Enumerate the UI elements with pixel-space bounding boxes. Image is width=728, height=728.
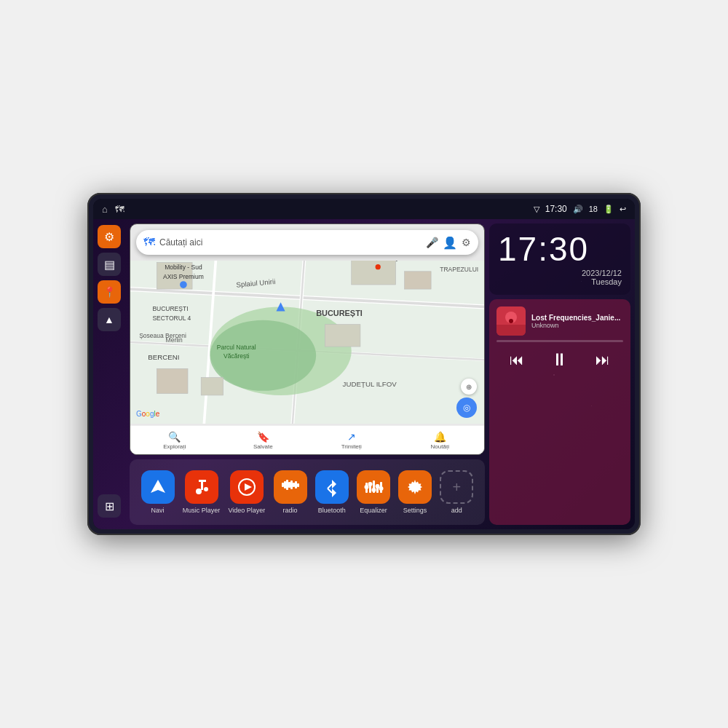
svg-text:BUCUREȘTI: BUCUREȘTI xyxy=(152,305,188,312)
share-icon: ↗ xyxy=(347,431,356,443)
svg-text:Văcărești: Văcărești xyxy=(223,352,250,360)
music-controls: ⏮ ⏸ ⏭ xyxy=(496,347,623,373)
music-title: Lost Frequencies_Janie... xyxy=(531,314,623,322)
svg-text:Mobility - Sud: Mobility - Sud xyxy=(165,264,202,271)
clock-weekday: Tuesday xyxy=(591,277,622,286)
svg-rect-63 xyxy=(496,325,526,336)
svg-marker-33 xyxy=(151,480,165,493)
updates-label: Noutăți xyxy=(431,443,449,450)
center-panel: 🗺 Căutați aici 🎤 👤 ⚙ xyxy=(125,219,489,529)
svg-rect-46 xyxy=(295,481,297,488)
saved-icon: 🔖 xyxy=(257,431,269,443)
battery-icon: 🔋 xyxy=(604,205,614,214)
svg-text:Merlin: Merlin xyxy=(166,336,183,344)
next-button[interactable]: ⏭ xyxy=(593,349,613,371)
svg-point-58 xyxy=(375,484,379,488)
map-tab-saved[interactable]: 🔖 Salvate xyxy=(219,431,308,450)
navi-label: Navi xyxy=(151,507,165,514)
updates-icon: 🔔 xyxy=(434,431,446,443)
map-tab-share[interactable]: ↗ Trimiteți xyxy=(307,431,396,450)
sidebar-settings-btn[interactable]: ⚙ xyxy=(98,225,121,248)
account-icon[interactable]: 👤 xyxy=(443,236,457,250)
svg-point-28 xyxy=(376,264,381,269)
wifi-icon: ▽ xyxy=(534,205,539,214)
svg-point-25 xyxy=(180,281,187,288)
battery-value: 18 xyxy=(589,205,598,213)
back-icon[interactable]: ↩ xyxy=(620,205,626,214)
svg-text:Parcul Natural: Parcul Natural xyxy=(217,344,256,351)
zoom-icon: ⊕ xyxy=(466,383,472,391)
svg-rect-51 xyxy=(369,486,371,493)
svg-point-35 xyxy=(204,487,208,491)
clock-date: 2023/12/12 Tuesday xyxy=(498,269,622,286)
music-info: Lost Frequencies_Janie... Unknown xyxy=(496,306,623,336)
map-zoom-fab[interactable]: ⊕ xyxy=(461,379,477,395)
svg-text:BERCENI: BERCENI xyxy=(148,353,179,361)
svg-rect-47 xyxy=(297,483,299,487)
music-player-label: Music Player xyxy=(183,507,221,514)
svg-point-59 xyxy=(379,486,383,491)
svg-rect-45 xyxy=(293,483,295,487)
svg-line-49 xyxy=(328,488,332,493)
svg-marker-39 xyxy=(245,483,252,491)
clock-time: 17:30 xyxy=(498,232,622,266)
svg-line-48 xyxy=(328,484,332,488)
settings-icon-bg xyxy=(398,470,432,504)
saved-label: Salvate xyxy=(253,443,273,450)
app-navi[interactable]: Navi xyxy=(141,470,175,514)
sidebar-files-btn[interactable]: ▤ xyxy=(98,253,121,276)
maps-nav-icon: 🗺 xyxy=(115,204,124,215)
svg-rect-14 xyxy=(157,368,188,393)
map-tab-explore[interactable]: 🔍 Explorați xyxy=(130,431,219,450)
prev-button[interactable]: ⏮ xyxy=(507,349,527,371)
radio-label: radio xyxy=(283,507,298,514)
search-placeholder: Căutați aici xyxy=(159,237,422,248)
svg-rect-11 xyxy=(352,261,396,285)
app-add[interactable]: + add xyxy=(440,470,473,514)
grid-icon: ⊞ xyxy=(105,499,114,513)
video-player-icon-bg xyxy=(230,470,264,504)
equalizer-icon-bg xyxy=(357,470,390,504)
files-icon: ▤ xyxy=(104,258,115,272)
pause-button[interactable]: ⏸ xyxy=(548,347,571,373)
explore-icon: 🔍 xyxy=(168,431,181,443)
music-progress-bar[interactable] xyxy=(496,340,623,342)
music-text: Lost Frequencies_Janie... Unknown xyxy=(531,314,623,329)
home-icon: ⌂ xyxy=(102,204,108,215)
equalizer-label: Equalizer xyxy=(360,507,387,514)
app-music-player[interactable]: Music Player xyxy=(183,470,221,514)
app-dock: Navi Music Player Video Player xyxy=(130,459,485,525)
left-sidebar: ⚙ ▤ 📍 ▲ ⊞ xyxy=(93,219,125,529)
app-radio[interactable]: radio xyxy=(274,470,307,514)
more-icon[interactable]: ⚙ xyxy=(462,237,471,248)
svg-point-34 xyxy=(196,488,202,494)
share-label: Trimiteți xyxy=(341,443,362,450)
device-screen: ⌂ 🗺 ▽ 17:30 🔊 18 🔋 ↩ xyxy=(93,199,635,529)
svg-rect-41 xyxy=(284,481,286,488)
status-time: 17:30 xyxy=(545,204,567,214)
map-search-bar[interactable]: 🗺 Căutați aici 🎤 👤 ⚙ xyxy=(136,230,478,255)
app-video-player[interactable]: Video Player xyxy=(228,470,265,514)
navi-icon-bg xyxy=(141,470,175,504)
mic-icon[interactable]: 🎤 xyxy=(426,237,438,248)
map-bg: Splaiul Unirii Șoseaua Berceni BUCUREȘTI… xyxy=(130,261,484,424)
app-settings[interactable]: Settings xyxy=(398,470,432,514)
map-location-fab[interactable]: ◎ xyxy=(456,397,477,418)
map-container[interactable]: 🗺 Căutați aici 🎤 👤 ⚙ xyxy=(130,223,485,455)
album-art xyxy=(496,306,526,336)
svg-text:AXIS Premium: AXIS Premium xyxy=(163,273,204,280)
status-bar: ⌂ 🗺 ▽ 17:30 🔊 18 🔋 ↩ xyxy=(93,199,635,219)
sidebar-grid-btn[interactable]: ⊞ xyxy=(98,494,121,518)
nav-arrow-icon: ▲ xyxy=(104,314,114,325)
sidebar-nav-btn[interactable]: ▲ xyxy=(98,308,121,331)
app-equalizer[interactable]: Equalizer xyxy=(357,470,390,514)
settings-icon: ⚙ xyxy=(104,230,114,244)
svg-rect-44 xyxy=(290,480,293,489)
svg-text:JUDEȚUL ILFOV: JUDEȚUL ILFOV xyxy=(343,380,397,388)
map-tab-updates[interactable]: 🔔 Noutăți xyxy=(396,431,485,450)
map-tabs: 🔍 Explorați 🔖 Salvate ↗ Trimiteți 🔔 xyxy=(130,425,484,454)
sidebar-maps-btn[interactable]: 📍 xyxy=(98,280,121,304)
bluetooth-icon-bg xyxy=(315,470,349,504)
app-bluetooth[interactable]: Bluetooth xyxy=(315,470,349,514)
location-icon: ◎ xyxy=(463,403,470,413)
